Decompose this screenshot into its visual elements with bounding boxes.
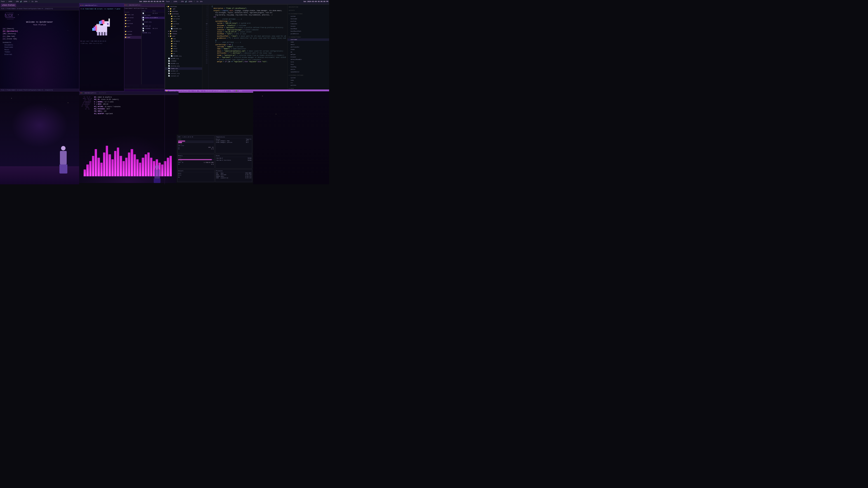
ft-personal[interactable]: 📁 personal <box>164 18 202 20</box>
ft-license[interactable]: 📄 LICENSE <box>164 60 202 62</box>
ft-themes[interactable]: ▶ 📁 themes <box>164 33 202 35</box>
rp-wm[interactable]: wm <box>287 51 329 53</box>
pixel-pony <box>88 12 115 39</box>
rp-bootmountpath[interactable]: bootMountPath <box>287 30 329 33</box>
rp-theme[interactable]: theme <box>287 48 329 51</box>
ft-style[interactable]: 📁 style <box>164 50 202 53</box>
rapidash-terminal: ● ● ● emmet@snowfire:~ $ cd /home/emmet … <box>79 3 124 91</box>
fm-path-bar[interactable]: /home/emmet/.dotfiles/flake.nix <box>123 7 165 10</box>
code-status-top: Top <box>199 90 201 92</box>
rp-np-system[interactable]: system <box>287 76 329 79</box>
rp-username[interactable]: username <box>287 38 329 41</box>
rp-locale[interactable]: locale <box>287 25 329 28</box>
ft-desktop-png[interactable]: 📄 desktop.png <box>164 65 202 67</box>
qutebrowser-address-bar[interactable]: file:///home/emmet/.browser/Tech/config/… <box>0 7 79 10</box>
rp-fontpkg[interactable]: fontPkg <box>287 66 329 68</box>
bm-external[interactable]: External <box>3 53 76 56</box>
rp-bootmode[interactable]: bootMode <box>287 28 329 30</box>
qutebrowser-menu: [o] [Search] [b] [Quickmarks] [$h] [Hist… <box>3 28 76 40</box>
ft-wsl[interactable]: 📁 wsl <box>164 25 202 28</box>
fm-sidebar-themes[interactable]: 📁 themes <box>123 33 141 36</box>
bar-22 <box>145 154 147 176</box>
ft-hardware[interactable]: 📁 hardware <box>164 40 202 42</box>
fm-row-flakenix[interactable]: 📄 flake.nix 2.26 K <box>142 17 165 19</box>
bm-documents[interactable]: Documents <box>3 44 76 46</box>
qutebrowser-tab-active[interactable]: ● Tech Profile <box>1 4 16 7</box>
ft-pkgs[interactable]: 📁 pkgs <box>164 45 202 47</box>
rp-np-name[interactable]: name <box>287 79 329 82</box>
fm-content: Places 📁 home lab 📁 personal 📁 work 📁 wo… <box>123 10 165 84</box>
fm-row-license[interactable]: 📄 LICENSE 34.2 K <box>142 28 165 30</box>
bm-themes[interactable]: Themes <box>3 51 76 53</box>
neofetch-title-bar: ● ● ● emmet@snowfire:~ distfetch <box>79 91 179 95</box>
qutebrowser-tab-bar: ● Tech Profile <box>0 3 79 7</box>
ft-readme-user[interactable]: 📄 README.org <box>164 55 202 57</box>
ft-lang[interactable]: 📁 lang <box>164 42 202 45</box>
rp-term[interactable]: term <box>287 61 329 63</box>
ft-system[interactable]: ▶ 📁 system <box>164 30 202 33</box>
rp-system[interactable]: system <box>287 15 329 18</box>
fm-sidebar-user[interactable]: 📁 user <box>123 36 141 39</box>
fm-sidebar-wsl[interactable]: 📁 wsl <box>123 25 141 28</box>
ft-user[interactable]: ▼ 📁 user <box>164 35 202 37</box>
rp-font[interactable]: font <box>287 63 329 66</box>
rp-wmtype[interactable]: wmType <box>287 53 329 56</box>
divider-vertical-main <box>164 0 165 94</box>
ft-readme-org[interactable]: 📄 README.org <box>164 57 202 60</box>
ft-git[interactable]: ▶ 📁 .git <box>164 8 202 10</box>
bm-downloads[interactable]: Downloads <box>3 46 76 48</box>
bar-21 <box>142 158 144 176</box>
rp-dotfilesdir[interactable]: dotfilesDir <box>287 46 329 48</box>
menu-quickmarks[interactable]: [b] [Quickmarks] <box>3 30 76 33</box>
ft-flake-nix[interactable]: 📄 flake.nix <box>164 67 202 70</box>
code-status-mode: Nix <box>231 90 234 92</box>
rp-spawneditor[interactable]: spawnEditor <box>287 71 329 73</box>
ft-wm[interactable]: 📁 wm <box>164 53 202 55</box>
fm-sidebar-worklab[interactable]: 📁 worklab <box>123 22 141 25</box>
rp-hostname[interactable]: hostname <box>287 18 329 20</box>
ft-app[interactable]: 📁 app <box>164 37 202 40</box>
bm-music[interactable]: Music <box>3 48 76 51</box>
neofetch-content: \\ \\ // ==\\__\\/ // // \\// //||||||//… <box>79 95 179 134</box>
rp-browser[interactable]: browser <box>287 56 329 58</box>
rp-email[interactable]: email <box>287 43 329 46</box>
svg-rect-4 <box>99 21 101 24</box>
ft-install-sh[interactable]: 📄 install.sh <box>164 75 202 77</box>
ft-root[interactable]: ▼ 📁 .dotfiles <box>164 5 202 8</box>
fm-sidebar-system[interactable]: 📁 system <box>123 30 141 33</box>
code-content[interactable]: { description = "Flake of LibrePhoenix";… <box>209 4 287 90</box>
fm-sidebar-homelab[interactable]: 📁 home lab <box>123 13 141 16</box>
fm-row-installsh[interactable]: 📄 install.sh <box>142 23 165 28</box>
ft-shell[interactable]: 📁 shell <box>164 47 202 50</box>
menu-close-tab[interactable]: [x] [Close tab] <box>3 38 76 40</box>
ft-profiles[interactable]: ▼ 📁 profiles <box>164 13 202 15</box>
ft-readme-root[interactable]: 📄 README.org <box>164 62 202 65</box>
rp-defaultroamdir[interactable]: defaultRoamDir <box>287 58 329 61</box>
bar-2 <box>89 161 92 176</box>
menu-search[interactable]: [o] [Search] <box>3 28 76 30</box>
ft-worklab[interactable]: 📁 worklab <box>164 23 202 25</box>
rp-name[interactable]: name <box>287 41 329 43</box>
disk-title: Disks <box>216 155 252 157</box>
ft-homelab[interactable]: 📁 home lab <box>164 15 202 18</box>
ft-patches[interactable]: ▶ 📁 patches <box>164 10 202 13</box>
rp-np-patches[interactable]: patches <box>287 84 329 87</box>
rp-profile[interactable]: profile <box>287 20 329 23</box>
rp-editor[interactable]: editor <box>287 68 329 71</box>
fm-row-installorg[interactable]: 📄 install.org <box>142 19 165 23</box>
rp-timezone[interactable]: timezone <box>287 23 329 25</box>
fm-sidebar-work[interactable]: 📁 work <box>123 19 141 22</box>
rp-grubdevice[interactable]: grubDevice <box>287 33 329 35</box>
menu-history[interactable]: [$h] [History] <box>3 33 76 35</box>
fm-row-readmeorg[interactable]: 📄 README.org <box>142 30 165 34</box>
fm-title-text: emmet@snowfire:~ <box>129 4 142 6</box>
fm-sidebar-personal[interactable]: 📁 personal <box>123 16 141 19</box>
rp-np-src[interactable]: src <box>287 82 329 84</box>
menu-new-tab[interactable]: [t] [New tab] <box>3 35 76 38</box>
ft-harden-sh[interactable]: 📄 harden.sh <box>164 70 202 72</box>
ft-work[interactable]: 📁 work <box>164 20 202 23</box>
bar-16 <box>128 153 130 176</box>
ft-readme-profiles[interactable]: 📄 README.org <box>164 28 202 30</box>
fm-row-flakelock[interactable]: 📄 flake.lock 27.5 K <box>142 12 165 17</box>
ft-install-org[interactable]: 📄 install.org <box>164 72 202 75</box>
